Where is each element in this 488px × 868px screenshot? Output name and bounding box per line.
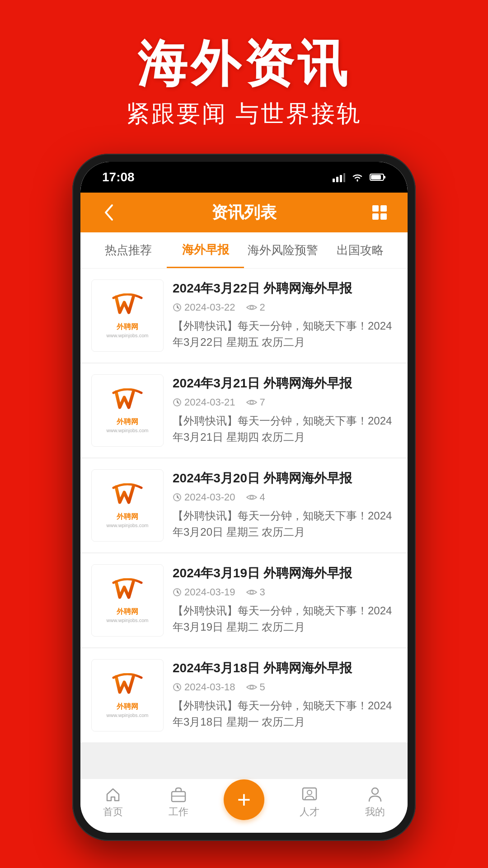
news-meta: 2024-03-20 4 [173, 491, 397, 503]
logo-text: 外聘网 [117, 702, 138, 712]
news-date: 2024-03-18 [173, 681, 235, 693]
list-item[interactable]: 外聘网 www.wpinjobs.com 2024年3月19日 外聘网海外早报 … [80, 553, 408, 647]
nav-mine-label: 我的 [365, 805, 385, 819]
news-date: 2024-03-20 [173, 491, 235, 503]
status-icons [333, 172, 386, 182]
nav-mine[interactable]: 我的 [346, 785, 404, 819]
eye-icon [246, 588, 257, 596]
battery-icon [370, 173, 386, 181]
tabs-bar: 热点推荐 海外早报 海外风险预警 出国攻略 [80, 232, 408, 269]
news-meta: 2024-03-19 3 [173, 586, 397, 598]
logo-url: www.wpinjobs.com [107, 428, 149, 433]
signal-icon [333, 172, 345, 182]
news-excerpt: 【外聘快讯】每天一分钟，知晓天下事！2024年3月20日 星期三 农历二月 [173, 508, 397, 540]
talent-icon [301, 785, 318, 802]
clock-icon [173, 303, 182, 312]
news-excerpt: 【外聘快讯】每天一分钟，知晓天下事！2024年3月21日 星期四 农历二月 [173, 413, 397, 445]
list-item[interactable]: 外聘网 www.wpinjobs.com 2024年3月20日 外聘网海外早报 … [80, 458, 408, 552]
news-title: 2024年3月21日 外聘网海外早报 [173, 374, 397, 392]
news-content: 2024年3月20日 外聘网海外早报 2024-03-20 4 [173, 469, 397, 540]
news-content: 2024年3月21日 外聘网海外早报 2024-03-21 7 [173, 374, 397, 445]
nav-work-label: 工作 [169, 805, 188, 819]
news-excerpt: 【外聘快讯】每天一分钟，知晓天下事！2024年3月22日 星期五 农历二月 [173, 318, 397, 350]
status-time: 17:08 [102, 170, 135, 184]
eye-icon [246, 493, 257, 501]
work-icon [170, 785, 187, 802]
eye-icon [246, 398, 257, 406]
news-views: 4 [246, 491, 265, 503]
news-title: 2024年3月18日 外聘网海外早报 [173, 659, 397, 677]
list-item[interactable]: 外聘网 www.wpinjobs.com 2024年3月21日 外聘网海外早报 … [80, 363, 408, 458]
promo-title: 海外资讯 [0, 36, 488, 91]
phone-frame: 17:08 [72, 154, 416, 841]
logo-text: 外聘网 [117, 322, 138, 332]
logo-text: 外聘网 [117, 417, 138, 427]
news-views: 7 [246, 396, 265, 408]
mine-icon [366, 785, 384, 802]
nav-talent[interactable]: 人才 [280, 785, 339, 819]
nav-talent-label: 人才 [300, 805, 319, 819]
news-thumbnail: 外聘网 www.wpinjobs.com [91, 564, 164, 637]
news-thumbnail: 外聘网 www.wpinjobs.com [91, 374, 164, 447]
tab-guide[interactable]: 出国攻略 [321, 232, 399, 268]
news-date: 2024-03-19 [173, 586, 235, 598]
news-meta: 2024-03-18 5 [173, 681, 397, 693]
back-button[interactable] [95, 199, 122, 226]
grid-view-button[interactable] [366, 199, 393, 226]
clock-icon [173, 493, 182, 502]
svg-point-16 [250, 686, 253, 689]
wifi-icon [352, 173, 363, 182]
nav-work[interactable]: 工作 [149, 785, 208, 819]
list-item[interactable]: 外聘网 www.wpinjobs.com 2024年3月18日 外聘网海外早报 … [80, 648, 408, 742]
news-title: 2024年3月20日 外聘网海外早报 [173, 469, 397, 487]
news-date: 2024-03-21 [173, 396, 235, 408]
tab-morning[interactable]: 海外早报 [167, 232, 244, 268]
svg-rect-2 [340, 175, 342, 182]
clock-icon [173, 398, 182, 407]
eye-icon [246, 683, 257, 691]
grid-icon [372, 205, 387, 220]
logo-text: 外聘网 [117, 607, 138, 617]
svg-point-12 [250, 496, 253, 499]
news-views: 2 [246, 302, 265, 313]
news-content: 2024年3月22日 外聘网海外早报 2024-03-22 2 [173, 279, 397, 350]
logo-text: 外聘网 [117, 512, 138, 522]
bottom-nav: 首页 工作 + 人才 [80, 778, 408, 833]
nav-plus[interactable]: + [215, 779, 273, 825]
news-meta: 2024-03-22 2 [173, 302, 397, 313]
svg-point-20 [307, 790, 312, 795]
clock-icon [173, 588, 182, 597]
header-title: 资讯列表 [211, 202, 277, 224]
svg-rect-1 [336, 177, 338, 182]
news-thumbnail: 外聘网 www.wpinjobs.com [91, 279, 164, 352]
svg-rect-19 [303, 788, 316, 800]
list-item[interactable]: 外聘网 www.wpinjobs.com 2024年3月22日 外聘网海外早报 … [80, 269, 408, 363]
svg-point-21 [372, 788, 378, 794]
svg-point-14 [250, 591, 253, 594]
home-icon [104, 785, 122, 802]
promo-subtitle: 紧跟要闻 与世界接轨 [0, 98, 488, 130]
plus-icon: + [237, 786, 251, 813]
news-views: 5 [246, 681, 265, 693]
news-title: 2024年3月19日 外聘网海外早报 [173, 564, 397, 582]
news-excerpt: 【外聘快讯】每天一分钟，知晓天下事！2024年3月18日 星期一 农历二月 [173, 698, 397, 730]
svg-rect-6 [371, 175, 381, 179]
status-bar: 17:08 [80, 162, 408, 193]
svg-point-8 [250, 306, 253, 309]
logo-url: www.wpinjobs.com [107, 333, 149, 338]
svg-rect-5 [384, 176, 385, 179]
svg-rect-3 [343, 173, 345, 182]
nav-home[interactable]: 首页 [84, 785, 142, 819]
logo-url: www.wpinjobs.com [107, 523, 149, 528]
news-date: 2024-03-22 [173, 302, 235, 313]
app-header: 资讯列表 [80, 193, 408, 232]
tab-risk[interactable]: 海外风险预警 [244, 232, 321, 268]
svg-rect-0 [333, 179, 335, 182]
svg-point-10 [250, 401, 253, 404]
plus-button[interactable]: + [224, 779, 264, 820]
nav-home-label: 首页 [103, 805, 123, 819]
clock-icon [173, 683, 182, 692]
news-thumbnail: 外聘网 www.wpinjobs.com [91, 469, 164, 542]
tab-hot[interactable]: 热点推荐 [89, 232, 167, 268]
news-content: 2024年3月19日 外聘网海外早报 2024-03-19 3 [173, 564, 397, 635]
